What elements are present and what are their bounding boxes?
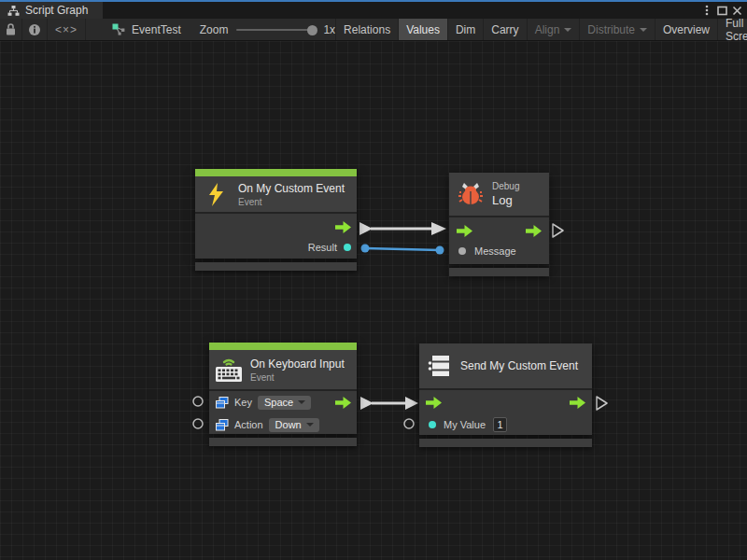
- control-input-port[interactable]: [426, 397, 442, 409]
- value-output-port[interactable]: [344, 244, 351, 251]
- unconnected-port-circle[interactable]: [193, 397, 203, 406]
- lock-button[interactable]: [0, 19, 22, 40]
- event-node-bar: [209, 343, 357, 350]
- node-footer: [209, 438, 357, 446]
- port-label-message: Message: [474, 245, 516, 257]
- param-label-key: Key: [234, 397, 252, 408]
- zoom-label: Zoom: [200, 23, 229, 36]
- value-input-port[interactable]: [458, 247, 466, 255]
- tab-title: Script Graph: [25, 4, 88, 17]
- node-footer: [195, 262, 357, 271]
- align-button[interactable]: Align: [527, 19, 580, 40]
- port-label-my-value: My Value: [444, 419, 486, 430]
- carry-button[interactable]: Carry: [483, 19, 526, 40]
- flow-continuation-icon: [553, 224, 563, 237]
- script-graph-asset-icon: [112, 23, 126, 35]
- keyboard-icon: [214, 356, 244, 384]
- unconnected-port-circle[interactable]: [193, 419, 203, 428]
- maximize-button[interactable]: [714, 3, 729, 18]
- window-menu-button[interactable]: [699, 3, 714, 18]
- node-send-my-custom-event[interactable]: Send My Custom Event My Value 1: [419, 343, 592, 447]
- lock-icon: [6, 23, 16, 35]
- tab-script-graph[interactable]: Script Graph: [0, 2, 103, 19]
- visual-scripting-window: Script Graph: [0, 0, 747, 560]
- node-title: Send My Custom Event: [460, 359, 578, 372]
- tab-bar: Script Graph: [0, 2, 747, 19]
- control-connection[interactable]: [360, 397, 418, 410]
- node-footer: [419, 439, 592, 447]
- code-preview-button[interactable]: <×>: [48, 19, 86, 40]
- full-screen-button[interactable]: Full Screen: [717, 19, 747, 40]
- code-icon: <×>: [55, 23, 78, 36]
- control-input-port[interactable]: [457, 225, 472, 237]
- distribute-button[interactable]: Distribute: [579, 19, 655, 40]
- param-label-action: Action: [234, 419, 263, 430]
- event-node-bar: [195, 169, 357, 176]
- window-controls: [699, 2, 744, 19]
- info-button[interactable]: [22, 19, 48, 40]
- overview-button[interactable]: Overview: [655, 19, 717, 40]
- dim-button[interactable]: Dim: [447, 19, 483, 40]
- zoom-slider-handle[interactable]: [307, 25, 317, 35]
- node-subtitle: Event: [238, 197, 345, 207]
- control-output-port[interactable]: [570, 397, 585, 409]
- flow-continuation-icon: [597, 397, 607, 410]
- node-debug-log[interactable]: Debug Log Message: [449, 173, 549, 276]
- chevron-down-icon: [564, 28, 571, 32]
- custom-event-icon: [427, 354, 451, 378]
- bug-icon: [458, 181, 484, 207]
- close-button[interactable]: [729, 3, 744, 18]
- chevron-down-icon: [640, 28, 647, 32]
- graph-asset-button[interactable]: EventTest: [105, 19, 189, 40]
- action-dropdown[interactable]: Down: [269, 418, 319, 432]
- param-row-key: Key Space: [209, 391, 357, 413]
- key-dropdown[interactable]: Space: [258, 396, 311, 410]
- node-on-my-custom-event[interactable]: On My Custom Event Event Result: [195, 169, 357, 271]
- lightning-bolt-icon: [207, 183, 225, 206]
- node-footer: [449, 268, 549, 276]
- param-row-action: Action Down: [209, 413, 357, 436]
- unconnected-port-circle[interactable]: [404, 419, 414, 428]
- graph-canvas[interactable]: On My Custom Event Event Result: [0, 41, 747, 560]
- zoom-control: Zoom 1x: [200, 19, 335, 40]
- graph-toolbar: <×> EventTest Zoom 1x Relations Values: [0, 19, 747, 41]
- node-subtitle: Event: [250, 372, 345, 383]
- zoom-value: 1x: [323, 23, 335, 36]
- dropdown-caret-icon: [298, 400, 305, 404]
- graph-hierarchy-icon: [7, 6, 20, 16]
- node-on-keyboard-input[interactable]: On Keyboard Input Event Key: [209, 343, 357, 446]
- node-title: Log: [492, 193, 519, 207]
- value-input-port[interactable]: [429, 421, 436, 428]
- port-label-result: Result: [308, 242, 337, 253]
- control-connection[interactable]: [359, 222, 446, 235]
- node-surtitle: Debug: [492, 181, 519, 191]
- node-title: On Keyboard Input: [250, 357, 345, 371]
- zoom-slider[interactable]: [236, 29, 315, 31]
- graph-asset-name: EventTest: [132, 23, 181, 36]
- enum-icon: [216, 397, 229, 409]
- value-connection[interactable]: [361, 245, 444, 255]
- info-icon: [28, 23, 41, 36]
- control-output-port[interactable]: [526, 225, 542, 237]
- relations-button[interactable]: Relations: [335, 19, 398, 40]
- connections-overlay: [0, 41, 747, 560]
- enum-icon: [216, 419, 229, 431]
- dropdown-caret-icon: [306, 423, 314, 427]
- node-title: On My Custom Event: [238, 182, 345, 195]
- my-value-input[interactable]: 1: [493, 417, 507, 432]
- control-output-port[interactable]: [335, 397, 351, 409]
- control-output-port[interactable]: [335, 221, 351, 233]
- values-button[interactable]: Values: [398, 19, 447, 40]
